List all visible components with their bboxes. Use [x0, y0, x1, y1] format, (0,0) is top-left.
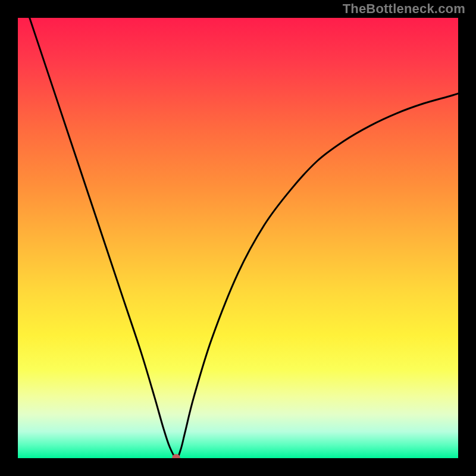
- bottleneck-curve: [18, 18, 458, 458]
- minimum-point-marker: [172, 454, 180, 458]
- watermark-text: TheBottleneck.com: [343, 1, 465, 17]
- chart-frame: TheBottleneck.com: [0, 0, 476, 476]
- plot-area: [18, 18, 458, 458]
